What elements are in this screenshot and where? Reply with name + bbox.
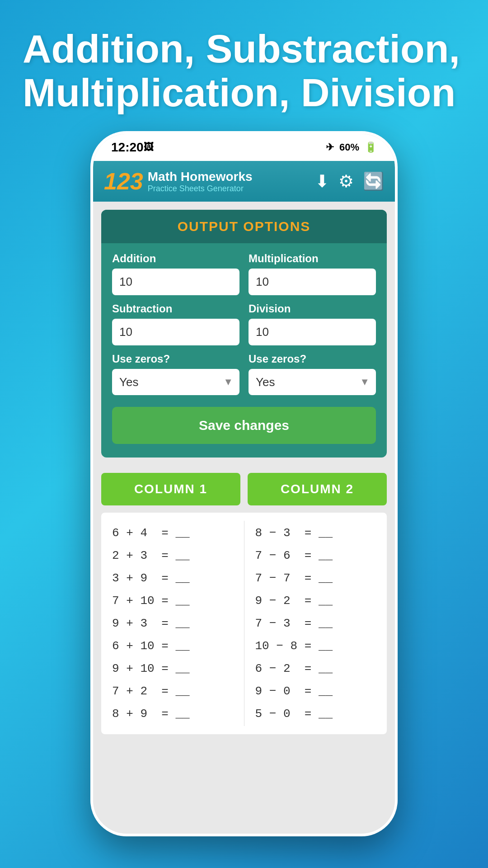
logo-number: 123 (104, 170, 143, 193)
output-options-panel: OUTPUT OPTIONS Addition Multiplication (101, 210, 387, 458)
list-item: 5 − 0 = __ (255, 703, 376, 725)
battery-text: 60% (339, 142, 359, 153)
list-item: 7 − 7 = __ (255, 567, 376, 590)
use-zeros-1-select[interactable]: Yes No (112, 369, 239, 395)
addition-input[interactable] (112, 269, 239, 295)
list-item: 6 − 2 = __ (255, 657, 376, 680)
logo-sub-text: Practice Sheets Generator (148, 184, 253, 193)
math-column-1: 6 + 4 = __ 2 + 3 = __ 3 + 9 = __ 7 + 10 … (101, 517, 244, 730)
column-2-button[interactable]: COLUMN 2 (248, 473, 387, 505)
refresh-icon[interactable]: 🔄 (363, 171, 384, 191)
status-time: 12:20 (111, 140, 144, 155)
list-item: 9 + 3 = __ (112, 612, 233, 635)
division-input[interactable] (249, 319, 376, 345)
output-options-header: OUTPUT OPTIONS (101, 210, 387, 243)
list-item: 9 − 0 = __ (255, 680, 376, 703)
status-bar: 12:20 🖼 ✈ 60% 🔋 (93, 134, 395, 161)
list-item: 9 − 2 = __ (255, 590, 376, 612)
math-column-2: 8 − 3 = __ 7 − 6 = __ 7 − 7 = __ 9 − 2 =… (244, 517, 387, 730)
addition-field-group: Addition (112, 252, 239, 295)
download-icon[interactable]: ⬇ (315, 171, 329, 191)
column-buttons-row: COLUMN 1 COLUMN 2 (93, 466, 395, 513)
math-problems-area: 6 + 4 = __ 2 + 3 = __ 3 + 9 = __ 7 + 10 … (101, 513, 387, 734)
subtraction-field-group: Subtraction (112, 302, 239, 345)
hero-title: Addition, Substraction, Multiplication, … (23, 27, 465, 115)
status-photo-icon: 🖼 (144, 142, 154, 153)
list-item: 7 − 3 = __ (255, 612, 376, 635)
app-header: 123 Math Homeworks Practice Sheets Gener… (93, 161, 395, 202)
column-1-button[interactable]: COLUMN 1 (101, 473, 240, 505)
list-item: 9 + 10 = __ (112, 657, 233, 680)
division-label: Division (249, 302, 376, 315)
app-logo: 123 Math Homeworks Practice Sheets Gener… (104, 169, 253, 194)
use-zeros-2-group: Use zeros? Yes No ▼ (249, 353, 376, 395)
list-item: 7 + 2 = __ (112, 680, 233, 703)
output-options-title: OUTPUT OPTIONS (178, 219, 311, 234)
subtraction-label: Subtraction (112, 302, 239, 315)
save-changes-button[interactable]: Save changes (112, 407, 376, 444)
list-item: 7 + 10 = __ (112, 590, 233, 612)
addition-label: Addition (112, 252, 239, 265)
use-zeros-2-select[interactable]: Yes No (249, 369, 376, 395)
list-item: 10 − 8 = __ (255, 635, 376, 657)
multiplication-field-group: Multiplication (249, 252, 376, 295)
logo-main-text: Math Homeworks (148, 169, 253, 184)
subtraction-input[interactable] (112, 319, 239, 345)
use-zeros-2-label: Use zeros? (249, 353, 376, 365)
multiplication-input[interactable] (249, 269, 376, 295)
list-item: 8 − 3 = __ (255, 522, 376, 544)
app-content: OUTPUT OPTIONS Addition Multiplication (93, 202, 395, 834)
list-item: 8 + 9 = __ (112, 703, 233, 725)
list-item: 2 + 3 = __ (112, 544, 233, 567)
list-item: 6 + 10 = __ (112, 635, 233, 657)
phone-mockup: 12:20 🖼 ✈ 60% 🔋 123 Math Homeworks Pract… (90, 131, 398, 836)
battery-icon: 🔋 (365, 142, 377, 153)
airplane-icon: ✈ (326, 142, 334, 153)
multiplication-label: Multiplication (249, 252, 376, 265)
list-item: 3 + 9 = __ (112, 567, 233, 590)
settings-icon[interactable]: ⚙ (338, 171, 354, 191)
division-field-group: Division (249, 302, 376, 345)
use-zeros-1-group: Use zeros? Yes No ▼ (112, 353, 239, 395)
use-zeros-1-label: Use zeros? (112, 353, 239, 365)
list-item: 6 + 4 = __ (112, 522, 233, 544)
list-item: 7 − 6 = __ (255, 544, 376, 567)
